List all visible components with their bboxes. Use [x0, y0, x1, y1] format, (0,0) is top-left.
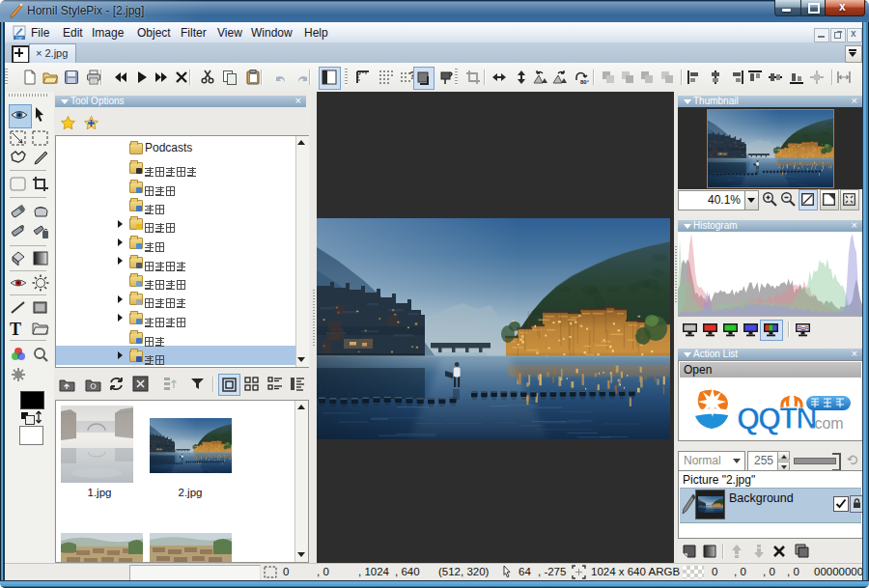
- svg-text:QQTN: QQTN: [737, 402, 816, 435]
- svg-text:TSP: TSP: [16, 37, 23, 41]
- svg-text:.com: .com: [810, 415, 844, 432]
- svg-text:80°: 80°: [580, 79, 589, 85]
